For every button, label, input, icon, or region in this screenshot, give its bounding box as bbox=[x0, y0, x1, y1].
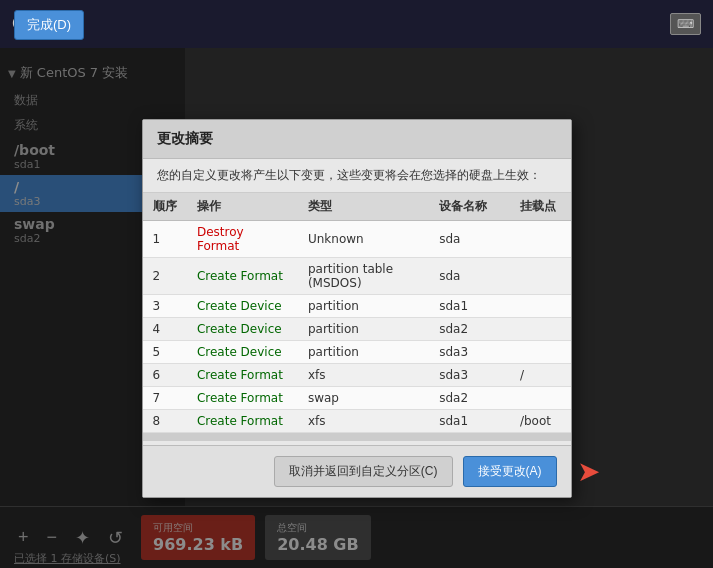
col-header-device: 设备名称 bbox=[429, 193, 510, 221]
table-row: 8Create Formatxfssda1/boot bbox=[143, 409, 571, 432]
cell-device: sda3 bbox=[429, 340, 510, 363]
cell-action: Create Device bbox=[187, 317, 298, 340]
modal-table-container: 顺序 操作 类型 设备名称 挂载点 1Destroy FormatUnknown… bbox=[143, 193, 571, 445]
changes-table: 顺序 操作 类型 设备名称 挂载点 1Destroy FormatUnknown… bbox=[143, 193, 571, 433]
col-header-seq: 顺序 bbox=[143, 193, 187, 221]
cell-device: sda1 bbox=[429, 294, 510, 317]
cell-mount bbox=[510, 340, 571, 363]
arrow-icon: ➤ bbox=[577, 455, 600, 488]
cell-action: Create Format bbox=[187, 386, 298, 409]
cell-type: swap bbox=[298, 386, 429, 409]
cell-mount bbox=[510, 294, 571, 317]
top-bar: CEN ⌨ bbox=[0, 0, 713, 48]
cell-device: sda1 bbox=[429, 409, 510, 432]
main-area: ▼ 新 CentOS 7 安装 数据 系统 /boot sda1 / sda3 … bbox=[0, 48, 713, 568]
cell-seq: 2 bbox=[143, 257, 187, 294]
table-row: 4Create Devicepartitionsda2 bbox=[143, 317, 571, 340]
table-row: 1Destroy FormatUnknownsda bbox=[143, 220, 571, 257]
cell-action: Create Format bbox=[187, 409, 298, 432]
modal-footer: 取消并返回到自定义分区(C) 接受更改(A) ➤ bbox=[143, 445, 571, 497]
cell-type: partition bbox=[298, 340, 429, 363]
modal-description: 您的自定义更改将产生以下变更，这些变更将会在您选择的硬盘上生效： bbox=[143, 159, 571, 193]
cell-type: partition bbox=[298, 317, 429, 340]
top-bar-right: ⌨ bbox=[670, 13, 701, 35]
modal-dialog: 更改摘要 您的自定义更改将产生以下变更，这些变更将会在您选择的硬盘上生效： 顺序… bbox=[142, 119, 572, 498]
cell-device: sda2 bbox=[429, 317, 510, 340]
cell-mount bbox=[510, 317, 571, 340]
cell-action: Create Format bbox=[187, 363, 298, 386]
accept-button[interactable]: 接受更改(A) bbox=[463, 456, 557, 487]
keyboard-button[interactable]: ⌨ bbox=[670, 13, 701, 35]
cell-type: Unknown bbox=[298, 220, 429, 257]
table-row: 3Create Devicepartitionsda1 bbox=[143, 294, 571, 317]
cell-device: sda bbox=[429, 257, 510, 294]
col-header-mount: 挂载点 bbox=[510, 193, 571, 221]
scrollbar-placeholder[interactable] bbox=[143, 433, 571, 441]
cell-mount bbox=[510, 386, 571, 409]
table-row: 7Create Formatswapsda2 bbox=[143, 386, 571, 409]
modal-overlay: 更改摘要 您的自定义更改将产生以下变更，这些变更将会在您选择的硬盘上生效： 顺序… bbox=[0, 48, 713, 568]
table-row: 6Create Formatxfssda3/ bbox=[143, 363, 571, 386]
finish-button[interactable]: 完成(D) bbox=[14, 10, 84, 40]
cell-type: partition table (MSDOS) bbox=[298, 257, 429, 294]
cell-action: Create Format bbox=[187, 257, 298, 294]
cell-action: Create Device bbox=[187, 294, 298, 317]
modal-header: 更改摘要 bbox=[143, 120, 571, 159]
cell-seq: 5 bbox=[143, 340, 187, 363]
cell-mount bbox=[510, 257, 571, 294]
col-header-type: 类型 bbox=[298, 193, 429, 221]
cell-mount bbox=[510, 220, 571, 257]
cell-type: xfs bbox=[298, 409, 429, 432]
col-header-action: 操作 bbox=[187, 193, 298, 221]
cell-seq: 4 bbox=[143, 317, 187, 340]
cell-action: Create Device bbox=[187, 340, 298, 363]
cell-seq: 3 bbox=[143, 294, 187, 317]
cell-type: xfs bbox=[298, 363, 429, 386]
table-row: 2Create Formatpartition table (MSDOS)sda bbox=[143, 257, 571, 294]
cell-device: sda2 bbox=[429, 386, 510, 409]
cell-device: sda3 bbox=[429, 363, 510, 386]
cell-seq: 7 bbox=[143, 386, 187, 409]
cell-seq: 1 bbox=[143, 220, 187, 257]
table-header-row: 顺序 操作 类型 设备名称 挂载点 bbox=[143, 193, 571, 221]
cell-mount: / bbox=[510, 363, 571, 386]
table-body: 1Destroy FormatUnknownsda2Create Formatp… bbox=[143, 220, 571, 432]
cell-type: partition bbox=[298, 294, 429, 317]
cell-seq: 8 bbox=[143, 409, 187, 432]
cancel-button[interactable]: 取消并返回到自定义分区(C) bbox=[274, 456, 453, 487]
cell-action: Destroy Format bbox=[187, 220, 298, 257]
cell-seq: 6 bbox=[143, 363, 187, 386]
table-row: 5Create Devicepartitionsda3 bbox=[143, 340, 571, 363]
cell-device: sda bbox=[429, 220, 510, 257]
cell-mount: /boot bbox=[510, 409, 571, 432]
